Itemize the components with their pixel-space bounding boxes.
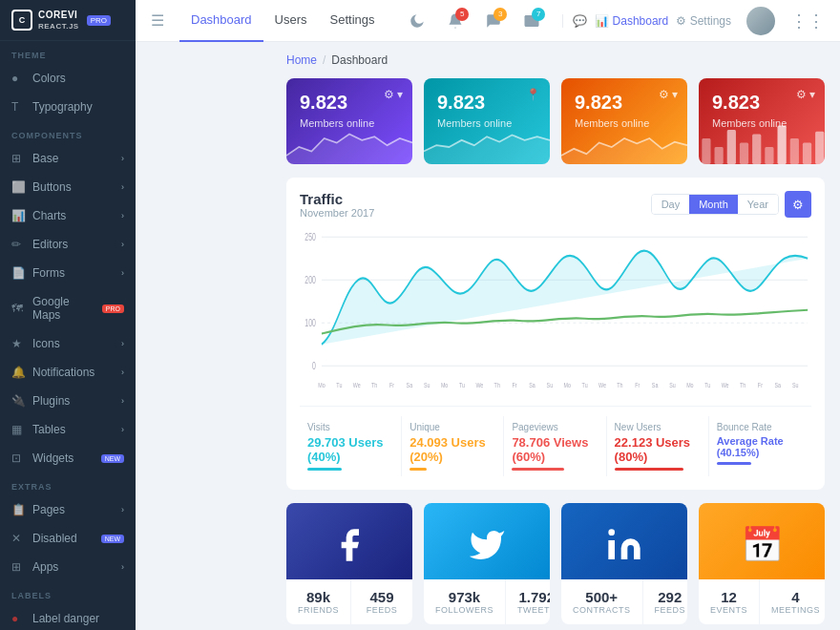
- sidebar-item-label: Icons: [32, 337, 114, 350]
- chevron-icon: ›: [121, 240, 124, 249]
- sidebar-item-google-maps[interactable]: 🗺 Google Maps PRO: [0, 287, 136, 329]
- topbar-nav-settings[interactable]: Settings: [319, 0, 387, 42]
- sidebar-item-plugins[interactable]: 🔌 Plugins ›: [0, 387, 136, 415]
- calendar-events-label: EVENTS: [710, 605, 747, 615]
- chevron-icon: ›: [121, 268, 124, 278]
- traffic-stat-label: Bounce Rate: [717, 422, 804, 432]
- twitter-tweets-stat: 1.792 TWEETS: [506, 579, 550, 624]
- sidebar-item-label: Buttons: [32, 180, 114, 194]
- sidebar-item-pages[interactable]: 📋 Pages ›: [0, 495, 136, 524]
- svg-text:Su: Su: [792, 381, 799, 388]
- topbar-chat-icon[interactable]: 💬: [573, 14, 587, 28]
- traffic-stat-value: 24.093 Users (20%): [410, 435, 495, 464]
- twitter-tweets-label: TWEETS: [517, 605, 550, 615]
- new-badge: NEW: [101, 535, 124, 543]
- sidebar-item-label: Typography: [32, 100, 124, 114]
- month-button[interactable]: Month: [689, 195, 738, 214]
- breadcrumb-home[interactable]: Home: [286, 53, 317, 67]
- sidebar-logo[interactable]: C COREVIREACT.JS PRO: [0, 0, 136, 41]
- topbar-dashboard-link[interactable]: 📊 Dashboard: [595, 14, 668, 28]
- gear-icon[interactable]: ⚙ ▾: [796, 88, 815, 101]
- dot-red-icon: ●: [11, 612, 25, 625]
- sidebar-item-charts[interactable]: 📊 Charts ›: [0, 201, 136, 230]
- menu-icon[interactable]: ☰: [151, 11, 164, 30]
- traffic-controls: Day Month Year ⚙: [651, 191, 811, 218]
- sidebar-item-tables[interactable]: ▦ Tables ›: [0, 415, 136, 444]
- svg-rect-4: [752, 135, 761, 165]
- day-button[interactable]: Day: [652, 195, 690, 214]
- chevron-icon: ›: [121, 211, 124, 220]
- sidebar-item-label: Plugins: [32, 394, 114, 408]
- sidebar-item-colors[interactable]: ● Colors: [0, 64, 136, 93]
- svg-text:Fr: Fr: [513, 381, 518, 388]
- gear-icon[interactable]: ⚙ ▾: [659, 88, 678, 101]
- svg-text:Tu: Tu: [704, 381, 710, 388]
- traffic-stat-value: Average Rate (40.15%): [717, 435, 804, 458]
- user-avatar[interactable]: [746, 7, 775, 35]
- sidebar-item-editors[interactable]: ✏ Editors ›: [0, 230, 136, 259]
- sidebar-item-forms[interactable]: 📄 Forms ›: [0, 259, 136, 287]
- svg-rect-6: [778, 126, 787, 165]
- table-icon: ▦: [11, 423, 25, 436]
- star-icon: ★: [11, 337, 25, 350]
- social-card-facebook: 89k FRIENDS 459 FEEDS: [286, 503, 412, 624]
- sidebar-item-label-danger[interactable]: ● Label danger: [0, 604, 136, 630]
- year-button[interactable]: Year: [738, 195, 778, 214]
- svg-text:Sa: Sa: [407, 381, 413, 388]
- topbar-nav-dashboard[interactable]: Dashboard: [179, 0, 263, 42]
- chart-settings-button[interactable]: ⚙: [785, 191, 811, 218]
- envelope-button[interactable]: 7: [516, 6, 547, 36]
- calendar-icon-area: 📅: [699, 503, 825, 579]
- svg-rect-0: [702, 138, 710, 164]
- linkedin-feeds-stat: 292 FEEDS: [643, 579, 688, 624]
- moon-button[interactable]: [402, 6, 432, 36]
- sidebar-section-extras: EXTRAS: [0, 472, 136, 495]
- sidebar-item-apps[interactable]: ⊞ Apps ›: [0, 553, 136, 581]
- traffic-stat-value: 29.703 Users (40%): [307, 435, 393, 464]
- traffic-stat-label: New Users: [615, 422, 701, 432]
- pin-icon[interactable]: 📍: [526, 88, 540, 101]
- linkedin-contracts-stat: 500+ CONTRACTS: [561, 579, 643, 624]
- svg-rect-5: [765, 147, 773, 164]
- sidebar-item-typography[interactable]: T Typography: [0, 93, 136, 121]
- logo-icon: C: [11, 10, 32, 31]
- page-icon: 📋: [11, 503, 25, 516]
- chat-button[interactable]: 3: [478, 6, 509, 36]
- topbar-settings-link[interactable]: ⚙ Settings: [676, 14, 731, 28]
- svg-text:Fr: Fr: [635, 381, 640, 388]
- sidebar-item-icons[interactable]: ★ Icons ›: [0, 329, 136, 358]
- stat-card-members-online-teal: 9.823 Members online 📍: [424, 78, 550, 164]
- linkedin-stats: 500+ CONTRACTS 292 FEEDS: [561, 579, 687, 624]
- sidebar-item-base[interactable]: ⊞ Base ›: [0, 144, 136, 173]
- gear-icon[interactable]: ⚙ ▾: [384, 88, 403, 101]
- chevron-icon: ›: [121, 562, 124, 572]
- sidebar-item-label: Google Maps: [32, 295, 94, 322]
- svg-text:Mo: Mo: [686, 381, 694, 388]
- facebook-feeds-stat: 459 FEEDS: [351, 579, 412, 624]
- main-content: Home / Dashboard 9.823 Members online ⚙ …: [271, 42, 840, 630]
- sidebar-section-components: COMPONENTS: [0, 121, 136, 144]
- circle-icon: ●: [11, 72, 25, 85]
- sidebar-item-label: Forms: [32, 266, 114, 280]
- sidebar-item-notifications[interactable]: 🔔 Notifications ›: [0, 358, 136, 387]
- traffic-stats: Visits 29.703 Users (40%) Unique 24.093 …: [300, 406, 811, 476]
- topbar-nav-users[interactable]: Users: [263, 0, 319, 42]
- calendar-meetings-label: MEETINGS: [771, 605, 820, 615]
- svg-text:Su: Su: [424, 381, 430, 388]
- twitter-tweets-value: 1.792: [517, 589, 550, 605]
- sidebar-item-buttons[interactable]: ⬜ Buttons ›: [0, 173, 136, 201]
- breadcrumb-current: Dashboard: [331, 53, 388, 67]
- facebook-feeds-value: 459: [363, 589, 401, 605]
- svg-text:Mo: Mo: [318, 381, 326, 388]
- traffic-title: Traffic: [300, 191, 374, 207]
- svg-text:Fr: Fr: [758, 381, 764, 388]
- grid-view-icon[interactable]: ⋮⋮: [790, 10, 825, 32]
- svg-rect-3: [740, 143, 748, 165]
- stat-cards: 9.823 Members online ⚙ ▾ 9.823 Members o…: [286, 78, 825, 164]
- sidebar: C COREVIREACT.JS PRO THEME ● Colors T Ty…: [0, 0, 136, 630]
- bell-button[interactable]: 5: [440, 6, 471, 36]
- traffic-chart: 250 200 100 0 Mo Tu We Th Fr Sa Su Mo Tu…: [300, 226, 811, 398]
- sidebar-item-disabled[interactable]: ✕ Disabled NEW: [0, 524, 136, 553]
- sidebar-item-widgets[interactable]: ⊡ Widgets NEW: [0, 444, 136, 472]
- sidebar-section-labels: LABELS: [0, 581, 136, 604]
